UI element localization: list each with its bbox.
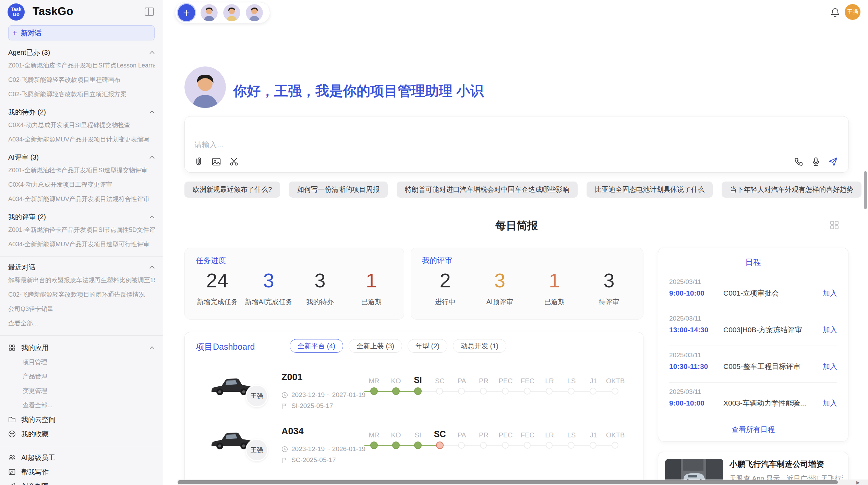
join-meeting-link[interactable]: 加入: [823, 362, 837, 371]
collapse-sidebar-icon[interactable]: [145, 8, 154, 16]
section-header[interactable]: 我的待办 (2): [8, 106, 155, 118]
conversation-item[interactable]: Z001-全新燃油轻卡产品开发项目SI造型提交物评审: [8, 163, 155, 177]
conversation-item[interactable]: Z001-全新燃油轻卡产品开发项目SI节点属性5D文件评审: [8, 223, 155, 237]
tool-label: 帮我写作: [21, 468, 49, 477]
section-header[interactable]: 最近对话: [8, 261, 155, 273]
conversation-item[interactable]: C0X4-动力总成开发项目SI里程碑提交物检查: [8, 118, 155, 132]
apps-grid-icon: [8, 344, 16, 351]
event-title: C001-立项审批会: [723, 288, 823, 298]
milestone-dot: [568, 388, 575, 395]
plus-icon: +: [12, 29, 17, 37]
user-avatar[interactable]: 王强: [845, 4, 860, 20]
conversation-item[interactable]: A034-全新新能源MUV产品开发项目法规符合性评审: [8, 192, 155, 206]
sidebar-item-favorites[interactable]: 我的收藏: [8, 427, 155, 441]
chat-input[interactable]: 请输入...: [184, 116, 849, 173]
schedule-card: 日程 2025/03/119:00-10:00C001-立项审批会加入2025/…: [658, 248, 848, 442]
recent-conversation-item[interactable]: C02-飞腾新能源轻客改款项目的闭环通告反馈情况: [8, 287, 155, 302]
attach-file-icon[interactable]: [193, 157, 204, 167]
conversation-item[interactable]: C02-飞腾新能源轻客改款项目里程碑画布: [8, 73, 155, 87]
voice-call-icon[interactable]: [794, 157, 804, 167]
milestone-label: SI: [407, 431, 429, 439]
sidebar-item-my-apps[interactable]: 我的应用: [8, 340, 155, 355]
recent-conversation-item[interactable]: 公司Q3轻卡销量: [8, 302, 155, 316]
app-link[interactable]: 变更管理: [8, 384, 155, 398]
section-header[interactable]: AI评审 (3): [8, 151, 155, 163]
send-icon[interactable]: [828, 157, 838, 167]
add-agent-button[interactable]: +: [178, 4, 195, 21]
suggestion-chip[interactable]: 当下年轻人对汽车外观有怎样的喜好趋势: [722, 182, 861, 198]
favorites-label: 我的收藏: [21, 430, 49, 439]
chevron-up-icon[interactable]: [149, 110, 155, 114]
chevron-up-icon[interactable]: [149, 265, 155, 269]
screenshot-scissors-icon[interactable]: [229, 157, 239, 167]
horizontal-scrollbar-thumb[interactable]: [178, 480, 838, 484]
vertical-scrollbar-thumb[interactable]: [864, 171, 867, 209]
view-all-schedule-link[interactable]: 查看所有日程: [658, 425, 848, 434]
sidebar-tool-item[interactable]: 帮我写作: [8, 465, 155, 479]
join-meeting-link[interactable]: 加入: [823, 398, 837, 408]
milestone-label: OKTB: [604, 431, 626, 439]
suggestion-chip[interactable]: 如何写一份清晰的项目周报: [289, 182, 388, 198]
new-chat-button[interactable]: + 新对话: [8, 25, 155, 40]
milestone-label: LR: [539, 377, 560, 385]
join-meeting-link[interactable]: 加入: [823, 288, 837, 298]
app-link[interactable]: 产品管理: [8, 369, 155, 384]
conversation-item[interactable]: C02-飞腾新能源轻客改款项目立项汇报方案: [8, 87, 155, 101]
stat-value: 3: [472, 269, 527, 292]
stat: 24新增完成任务: [192, 269, 243, 307]
suggestion-chip[interactable]: 特朗普可能对进口汽车增税会对中国车企造成哪些影响: [397, 182, 578, 198]
milestone-label: PA: [451, 377, 473, 385]
dashboard-tab[interactable]: 年型 (2): [408, 339, 447, 353]
section-header[interactable]: 我的评审 (2): [8, 211, 155, 223]
conversation-item[interactable]: C0X4-动力总成开发项目工程变更评审: [8, 177, 155, 192]
project-row[interactable]: 王强A0342023-12-19 ~ 2026-01-19SC-2025-05-…: [185, 421, 643, 475]
section-title: Agent已办 (3): [8, 48, 50, 57]
scroll-right-arrow-icon[interactable]: ▶: [856, 480, 860, 485]
project-row[interactable]: 王强Z0012023-12-19 ~ 2027-01-19SI-2025-05-…: [185, 366, 643, 421]
section-header[interactable]: Agent已办 (3): [8, 47, 155, 58]
agent-avatar-3[interactable]: [246, 4, 263, 21]
stat: 3新增AI完成任务: [243, 269, 294, 307]
app-link[interactable]: 查看全部...: [8, 398, 155, 412]
conversation-item[interactable]: A034-全新新能源MUV产品开发项目造型可行性评审: [8, 237, 155, 251]
recent-conversation-item[interactable]: 解释最新出台的欧盟报废车法规再生塑料比例被调至15%...: [8, 273, 155, 287]
chevron-up-icon[interactable]: [149, 156, 155, 159]
agent-switcher: +: [175, 2, 270, 23]
suggestion-chip[interactable]: 欧洲新规最近颁布了什么?: [184, 182, 280, 198]
notifications-bell-icon[interactable]: [830, 8, 840, 18]
conversation-item[interactable]: A034-全新新能源MUV产品开发项目计划变更表编写: [8, 132, 155, 147]
folder-icon: [8, 416, 16, 423]
my-review-card: 我的评审2进行中3AI预评审1已逾期3待评审: [411, 248, 643, 320]
sidebar-item-cloud-space[interactable]: 我的云空间: [8, 412, 155, 427]
stat-label: 新增完成任务: [192, 297, 243, 307]
image-upload-icon[interactable]: [211, 157, 221, 167]
stat-value: 3: [294, 269, 346, 292]
agent-avatar-2[interactable]: [223, 4, 240, 21]
recent-conversation-item[interactable]: 查看全部...: [8, 316, 155, 331]
layout-grid-icon[interactable]: [830, 220, 839, 230]
app-link[interactable]: 项目管理: [8, 355, 155, 369]
sidebar-tool-item[interactable]: AI超级员工: [8, 450, 155, 465]
stat-label: 进行中: [418, 297, 472, 307]
milestone-dot: [546, 442, 553, 449]
milestone-label: LS: [560, 377, 582, 385]
microphone-icon[interactable]: [811, 157, 821, 167]
dashboard-tab[interactable]: 全新上装 (3): [349, 339, 402, 353]
stat-label: AI预评审: [472, 297, 527, 307]
dashboard-tab[interactable]: 全新平台 (4): [290, 339, 343, 353]
milestone-dot: [392, 387, 400, 395]
milestone-label: PR: [473, 431, 495, 439]
event-time: 9:00-10:00: [669, 289, 723, 297]
stat-label: 我的待办: [294, 297, 346, 307]
chevron-up-icon[interactable]: [149, 51, 155, 54]
quill-icon: [8, 483, 16, 485]
chevron-up-icon[interactable]: [149, 215, 155, 219]
agent-avatar-1[interactable]: [201, 4, 218, 21]
sidebar-tool-item[interactable]: 创意制图: [8, 479, 155, 485]
dashboard-tab[interactable]: 动总开发 (1): [453, 339, 506, 353]
suggestion-chip[interactable]: 比亚迪全固态电池计划具体说了什么: [587, 182, 713, 198]
join-meeting-link[interactable]: 加入: [823, 325, 837, 335]
milestone-dot: [414, 442, 422, 449]
chevron-up-icon[interactable]: [149, 346, 155, 350]
conversation-item[interactable]: Z001-全新燃油皮卡产品开发项目SI节点Lesson Learn报告: [8, 58, 155, 73]
